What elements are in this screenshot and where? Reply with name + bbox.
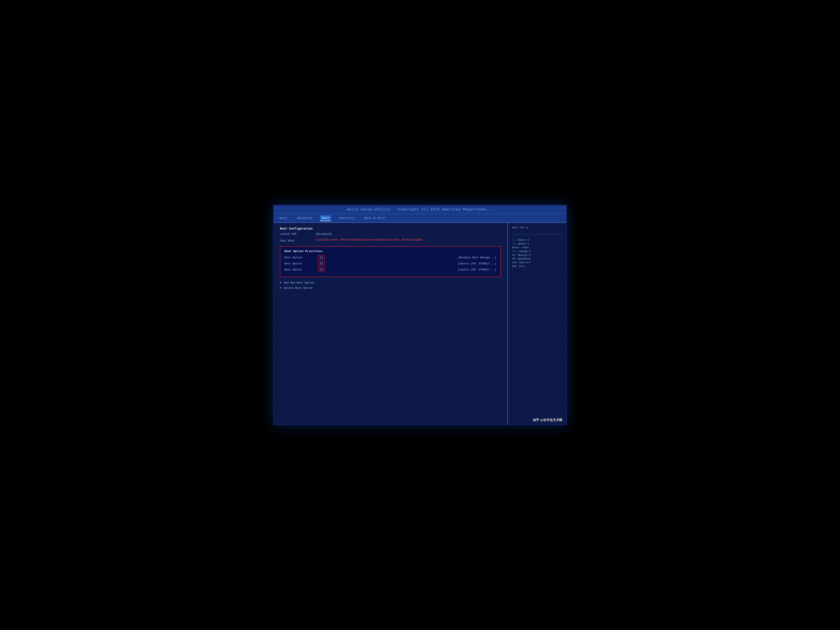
key-hint-arrows2: ↑↓: Select I: [512, 242, 562, 246]
boot-option-1-row: Boot Option #1 [Windows Boot Manage...]: [284, 255, 496, 260]
key-hint-f10: F10: Save & E: [512, 261, 562, 265]
delete-boot-option-item[interactable]: ► Delete Boot Option: [280, 286, 501, 290]
add-boot-option-label: Add New Boot Option: [284, 281, 314, 284]
boot-option-2-row: Boot Option #2 [ubuntu (P0: ST500LT...]: [284, 261, 496, 266]
right-panel: Sets the sy →←: Select S ↑↓: Select I En…: [508, 223, 566, 425]
divider: [512, 234, 562, 235]
boot-option-3-value[interactable]: [ubuntu (P0: ST500LT...]: [458, 268, 496, 271]
nav-main[interactable]: Main: [278, 215, 289, 221]
boot-option-2-num: #2: [318, 261, 325, 266]
bios-title: Aptio Setup Utility - Copyright (C) 2016…: [347, 207, 493, 212]
main-content: Boot Configuration Launch CSM [Disabled]…: [274, 223, 566, 425]
key-hint-enter: Enter: Selec: [512, 246, 562, 250]
boot-options-box: Boot Option Priorities Boot Option #1 [W…: [280, 246, 501, 277]
launch-csm-label: Launch CSM: [280, 232, 314, 235]
fast-boot-row: Fast Boot 在这里设置boot权限，用来每次开机时是优先启动Window…: [280, 237, 501, 244]
boot-option-3-label: Boot Option: [284, 268, 318, 271]
boot-option-1-num: #1: [318, 255, 325, 260]
launch-csm-value[interactable]: [Disabled]: [316, 232, 332, 235]
nav-security[interactable]: Security: [338, 215, 356, 221]
boot-option-3-row: Boot Option #3 [ubuntu (P0: ST500LT...]: [284, 268, 496, 272]
key-hint-arrows: →←: Select S: [512, 238, 562, 242]
section-boot-configuration: Boot Configuration: [280, 227, 501, 231]
boot-option-1-label: Boot Option: [284, 256, 318, 259]
add-boot-option-item[interactable]: ► Add New Boot Option: [280, 281, 501, 284]
nav-boot[interactable]: Boot: [320, 215, 331, 221]
arrow-add-icon: ►: [280, 281, 281, 284]
delete-boot-option-label: Delete Boot Option: [284, 286, 313, 290]
key-hint-f9: F9: Optimized: [512, 257, 562, 261]
launch-csm-row: Launch CSM [Disabled]: [280, 232, 501, 235]
key-hints: →←: Select S ↑↓: Select I Enter: Selec +…: [512, 238, 562, 268]
key-hint-esc: ESC: Exit: [512, 265, 562, 268]
boot-option-2-value[interactable]: [ubuntu (P0: ST500LT...]: [458, 262, 496, 265]
watermark: 知乎 @右半边天天晴: [512, 418, 562, 422]
fast-boot-label: Fast Boot: [280, 239, 314, 242]
nav-bar: Main Advanced Boot Security Save & Exit: [274, 214, 566, 223]
boot-option-3-num: #3: [318, 268, 325, 272]
annotation-text: 在这里设置boot权限，用来每次开机时是优先启动Windows系统还是Ubunt…: [316, 238, 423, 242]
boot-options-title: Boot Option Priorities: [284, 250, 496, 253]
arrow-delete-icon: ►: [280, 287, 281, 289]
key-hint-f1: F1: General H: [512, 253, 562, 257]
nav-save-exit[interactable]: Save & Exit: [362, 215, 387, 221]
bios-title-bar: Aptio Setup Utility - Copyright (C) 2016…: [274, 205, 566, 214]
key-hint-plusminus: +/-: Change O: [512, 250, 562, 253]
left-panel: Boot Configuration Launch CSM [Disabled]…: [274, 223, 508, 425]
help-text: Sets the sy: [512, 226, 562, 229]
boot-option-1-value[interactable]: [Windows Boot Manage...]: [458, 256, 496, 259]
nav-advanced[interactable]: Advanced: [295, 215, 314, 221]
boot-option-2-label: Boot Option: [284, 262, 318, 265]
